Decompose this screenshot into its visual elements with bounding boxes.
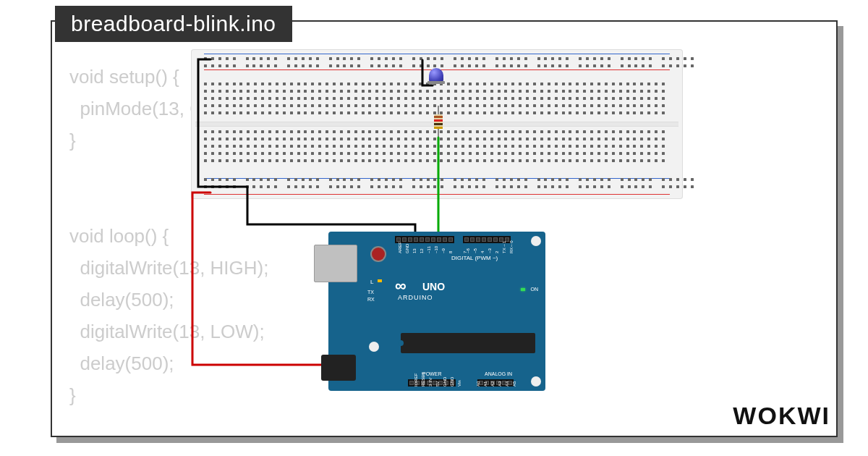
pin-socket[interactable]: [493, 237, 498, 242]
pin-label: ~10: [434, 246, 438, 253]
pin-label: 8: [448, 251, 453, 253]
pin-label: GND: [405, 244, 409, 253]
pin-label: ~6: [466, 248, 470, 253]
breadboard-row: [204, 152, 670, 155]
chip-notch-icon: [398, 340, 404, 346]
pin-label: 3.3V: [428, 378, 433, 387]
file-name: breadboard-blink.ino: [71, 12, 276, 35]
pin-socket[interactable]: [488, 237, 492, 242]
board-brand-label: ARDUINO: [398, 294, 433, 301]
breadboard-row: [204, 178, 670, 181]
pin-label: GND: [450, 377, 454, 387]
pin-label: A4: [505, 381, 509, 387]
power-led-icon: [521, 288, 525, 291]
pin-socket[interactable]: [420, 237, 424, 242]
pin-socket[interactable]: [482, 237, 486, 242]
digital-header-1[interactable]: [395, 236, 454, 243]
breadboard-row: [204, 64, 670, 67]
breadboard-row: [204, 145, 670, 148]
pin-socket[interactable]: [464, 237, 469, 242]
wokwi-logo: WOKWI: [733, 402, 830, 430]
pin-socket[interactable]: [414, 237, 418, 242]
breadboard-row: [204, 138, 670, 140]
pin-socket[interactable]: [431, 237, 435, 242]
pin-socket[interactable]: [437, 237, 441, 242]
pin-label: Vin: [457, 380, 461, 387]
arduino-uno[interactable]: ∞ UNO ARDUINO DIGITAL (PWM ~) POWER ANAL…: [328, 232, 545, 391]
infinity-logo-icon: ∞: [395, 276, 407, 295]
pin-label: 4: [480, 251, 485, 253]
led-base: [427, 81, 445, 84]
file-title-tab: breadboard-blink.ino: [55, 6, 292, 42]
pin-label: ~3: [488, 248, 492, 253]
pin-socket[interactable]: [470, 237, 475, 242]
resistor[interactable]: [434, 106, 443, 138]
reset-button[interactable]: [372, 248, 385, 261]
circuit-canvas[interactable]: ∞ UNO ARDUINO DIGITAL (PWM ~) POWER ANAL…: [191, 49, 697, 411]
pin-label: 2: [495, 251, 499, 253]
led-bulb-icon: [429, 68, 443, 83]
tx-led-label: TX: [367, 290, 374, 295]
led-blue[interactable]: [429, 68, 445, 85]
pin-label: RESET: [421, 372, 425, 387]
pin-socket[interactable]: [408, 237, 412, 242]
usb-port-icon: [314, 245, 357, 282]
resistor-body: [434, 114, 443, 129]
breadboard-rail-plus-bottom: [204, 194, 670, 195]
pin-label: A2: [490, 381, 495, 387]
pin-label: RX←0: [509, 240, 514, 253]
analog-section-label: ANALOG IN: [485, 371, 512, 376]
breadboard-row: [204, 97, 670, 100]
pin-label: ~9: [441, 248, 446, 253]
breadboard-row: [204, 185, 670, 188]
pin-label: IOREF: [414, 373, 418, 387]
board-model-label: UNO: [422, 281, 445, 292]
power-jack-icon: [321, 355, 356, 381]
mounting-hole-icon: [531, 236, 541, 246]
breadboard-row: [204, 57, 670, 60]
resistor-lead-bottom: [438, 129, 439, 138]
breadboard-row: [204, 90, 670, 93]
breadboard-rail-minus-top: [204, 54, 670, 54]
pin-label: ~11: [427, 246, 431, 253]
pin-label: A5: [512, 381, 516, 387]
pin-label: AREF: [398, 242, 402, 253]
pin-socket[interactable]: [476, 237, 480, 242]
mounting-hole-icon: [369, 342, 379, 352]
resistor-band-1: [434, 116, 443, 118]
l-led-icon: [378, 279, 382, 282]
pin-label: 5V: [435, 381, 440, 387]
l-led-label: L: [370, 279, 373, 285]
pin-label: TX→1: [502, 241, 506, 253]
rx-led-label: RX: [367, 297, 375, 302]
resistor-band-2: [434, 119, 443, 122]
pin-label: A1: [483, 381, 488, 387]
breadboard-row: [204, 159, 670, 162]
pin-label: 13: [412, 248, 417, 253]
digital-section-label: DIGITAL (PWM ~): [451, 255, 498, 261]
pin-label: A3: [498, 381, 502, 387]
pin-label: GND: [443, 377, 447, 387]
pin-socket[interactable]: [402, 237, 407, 242]
mounting-hole-icon: [531, 376, 541, 387]
resistor-band-3: [434, 123, 443, 125]
pin-socket[interactable]: [425, 237, 430, 242]
pin-socket[interactable]: [448, 237, 453, 242]
pin-label: 12: [420, 248, 424, 253]
resistor-lead-top: [438, 106, 439, 114]
pin-socket[interactable]: [443, 237, 447, 242]
pin-label: ~5: [473, 248, 477, 253]
on-led-label: ON: [531, 287, 539, 292]
atmega-chip-icon: [401, 333, 535, 353]
pin-label: A0: [476, 381, 480, 387]
